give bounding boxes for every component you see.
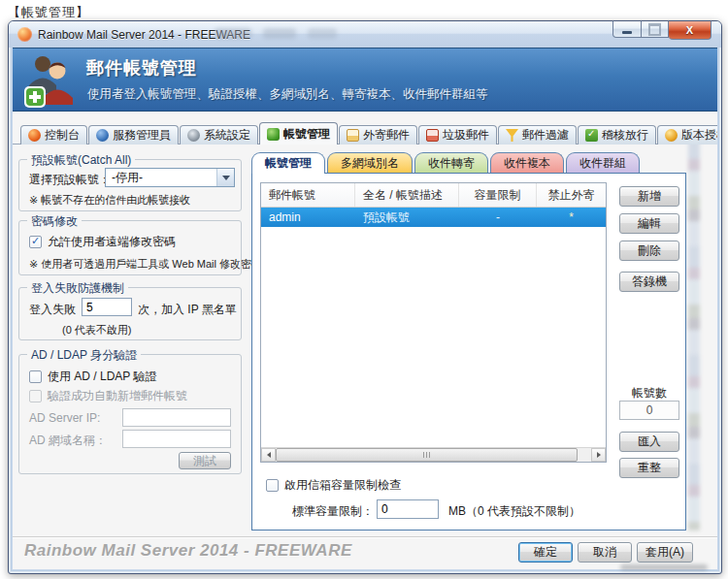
app-icon — [17, 27, 32, 42]
subtab-account-management[interactable]: 帳號管理 — [251, 152, 325, 174]
apply-button[interactable]: 套用(A) — [637, 542, 693, 563]
outgoing-mail-icon — [347, 129, 359, 142]
footer-watermark: Rainbow Mail Server 2014 - FREEWARE — [24, 541, 352, 561]
edit-button[interactable]: 編輯 — [619, 213, 679, 234]
minimize-button[interactable] — [612, 20, 642, 38]
close-icon: X — [686, 24, 693, 36]
tab-label: 版本授權 — [681, 127, 717, 144]
tab-label: 帳號管理 — [283, 126, 330, 143]
column-header-no-outgoing[interactable]: 禁止外寄 — [537, 183, 606, 207]
redaction-smudge-strip — [688, 138, 700, 531]
tab-mail-filter[interactable]: 郵件過濾 — [498, 125, 577, 145]
account-count-value: 0 — [619, 401, 679, 420]
catch-all-note: ※ 帳號不存在的信件由此帳號接收 — [29, 193, 190, 208]
dialog-client-area: 控制台 服務管理員 系統設定 帳號管理 外寄郵件 垃圾郵件 郵件過濾 稽核放行 … — [13, 112, 717, 569]
scrollbar-thumb[interactable] — [276, 448, 578, 462]
use-ad-ldap-checkbox[interactable]: 使用 AD / LDAP 驗證 — [29, 369, 156, 385]
default-account-label: 選擇預設帳號： — [29, 172, 111, 188]
account-table: 郵件帳號 全名 / 帳號描述 容量限制 禁止外寄 admin 預設帳號 - * — [260, 182, 607, 463]
scroll-right-button[interactable] — [591, 448, 606, 462]
quota-limit-suffix: MB（0 代表預設不限制） — [448, 503, 580, 520]
tab-service-manager[interactable]: 服務管理員 — [88, 125, 179, 145]
chevron-down-icon[interactable] — [216, 169, 234, 186]
answering-machine-button[interactable]: 答錄機 — [619, 272, 679, 292]
default-account-select[interactable]: -停用- — [105, 168, 235, 187]
tab-audit-release[interactable]: 稽核放行 — [578, 125, 656, 145]
minimize-icon — [622, 31, 632, 34]
ad-domain-label: AD 網域名稱： — [29, 433, 107, 449]
table-row-admin[interactable]: admin 預設帳號 - * — [261, 208, 606, 227]
close-button[interactable]: X — [669, 20, 711, 40]
delete-button[interactable]: 刪除 — [619, 241, 679, 261]
banner-subtitle: 使用者登入帳號管理、驗證授權、多網域別名、轉寄複本、收件郵件群組等 — [87, 86, 488, 103]
app-window: Rainbow Mail Server 2014 - FREEWARE X 郵件… — [8, 20, 722, 574]
account-tabstrip: 帳號管理 多網域別名 收件轉寄 收件複本 收件群組 — [251, 152, 642, 174]
auto-add-account-checkbox: 驗證成功自動新增郵件帳號 — [29, 388, 187, 404]
page-title: 【帳號管理】 — [8, 4, 89, 21]
quota-limit-input[interactable] — [377, 499, 439, 519]
tab-label: 稽核放行 — [602, 127, 648, 144]
checkbox-unchecked-icon[interactable] — [266, 479, 279, 492]
window-title: Rainbow Mail Server 2014 - FREEWARE — [38, 28, 250, 42]
account-management-icon — [267, 128, 280, 141]
checkbox-label: 啟用信箱容量限制檢查 — [284, 477, 401, 494]
add-button[interactable]: 新增 — [619, 186, 679, 207]
main-tabstrip: 控制台 服務管理員 系統設定 帳號管理 外寄郵件 垃圾郵件 郵件過濾 稽核放行 … — [20, 122, 717, 145]
tab-label: 控制台 — [45, 127, 80, 144]
scroll-left-button[interactable] — [261, 448, 276, 462]
import-button[interactable]: 匯入 — [619, 432, 679, 452]
login-fail-note: (0 代表不啟用) — [62, 323, 132, 338]
cell-description: 預設帳號 — [355, 208, 459, 227]
enable-quota-checkbox[interactable]: 啟用信箱容量限制檢查 — [266, 477, 401, 494]
column-header-fullname[interactable]: 全名 / 帳號描述 — [355, 183, 459, 207]
checkbox-unchecked-icon[interactable] — [29, 370, 42, 383]
account-count-label: 帳號數 — [619, 385, 679, 402]
spam-mail-icon — [426, 129, 439, 142]
tab-label: 郵件過濾 — [522, 127, 569, 144]
ad-server-ip-label: AD Server IP: — [29, 411, 100, 425]
test-button: 測試 — [179, 452, 231, 469]
checkbox-disabled-icon — [29, 390, 42, 402]
tab-system-settings[interactable]: 系統設定 — [180, 125, 258, 145]
catch-all-group: 預設帳號(Catch All) 選擇預設帳號： -停用- ※ 帳號不存在的信件由… — [18, 159, 242, 211]
tab-spam-mail[interactable]: 垃圾郵件 — [418, 125, 497, 145]
tab-outgoing-mail[interactable]: 外寄郵件 — [339, 125, 417, 145]
selected-value: -停用- — [106, 170, 216, 186]
tab-label: 系統設定 — [204, 127, 250, 144]
horizontal-scrollbar[interactable] — [261, 447, 606, 462]
login-fail-count-input[interactable] — [82, 298, 132, 316]
cancel-button[interactable]: 取消 — [578, 542, 632, 563]
subtab-receive-forward[interactable]: 收件轉寄 — [414, 152, 488, 173]
checkbox-label: 驗證成功自動新增郵件帳號 — [48, 388, 187, 404]
tab-control-panel[interactable]: 控制台 — [20, 125, 87, 145]
login-fail-suffix: 次，加入 IP 黑名單 — [138, 302, 237, 318]
right-arrow-icon — [597, 452, 604, 458]
group-title: 密碼修改 — [27, 213, 82, 230]
subtab-multi-domain-alias[interactable]: 多網域別名 — [327, 152, 413, 173]
ok-button[interactable]: 確定 — [518, 542, 573, 563]
ad-server-ip-field — [122, 408, 231, 427]
license-icon — [665, 129, 678, 142]
quota-limit-label: 標準容量限制： — [292, 503, 374, 520]
tab-license[interactable]: 版本授權 — [657, 125, 717, 145]
table-header: 郵件帳號 全名 / 帳號描述 容量限制 禁止外寄 — [261, 183, 606, 208]
group-title: AD / LDAP 身分驗證 — [27, 347, 141, 364]
tab-label: 垃圾郵件 — [443, 127, 489, 144]
tab-account-management[interactable]: 帳號管理 — [259, 122, 338, 145]
password-note: ※ 使用者可透過用戶端工具或 Web Mail 修改密碼 — [29, 257, 262, 272]
maximize-button[interactable] — [642, 20, 669, 38]
password-group: 密碼修改 允許使用者遠端修改密碼 ※ 使用者可透過用戶端工具或 Web Mail… — [18, 220, 242, 275]
column-header-quota[interactable]: 容量限制 — [459, 183, 537, 207]
control-panel-icon — [28, 129, 41, 142]
rebuild-button[interactable]: 重整 — [619, 458, 679, 478]
checkbox-checked-icon[interactable] — [29, 236, 42, 248]
redaction-smudge — [263, 28, 296, 39]
group-title: 預設帳號(Catch All) — [27, 152, 135, 169]
header-banner: 郵件帳號管理 使用者登入帳號管理、驗證授權、多網域別名、轉寄複本、收件郵件群組等 — [13, 48, 717, 112]
column-header-account[interactable]: 郵件帳號 — [261, 183, 355, 207]
subtab-receive-copy[interactable]: 收件複本 — [490, 152, 564, 173]
allow-remote-password-checkbox[interactable]: 允許使用者遠端修改密碼 — [29, 234, 176, 250]
subtab-receive-group[interactable]: 收件群組 — [566, 152, 640, 173]
account-panel: 郵件帳號 全名 / 帳號描述 容量限制 禁止外寄 admin 預設帳號 - * — [251, 173, 686, 531]
cell-no-outgoing: * — [537, 208, 606, 227]
